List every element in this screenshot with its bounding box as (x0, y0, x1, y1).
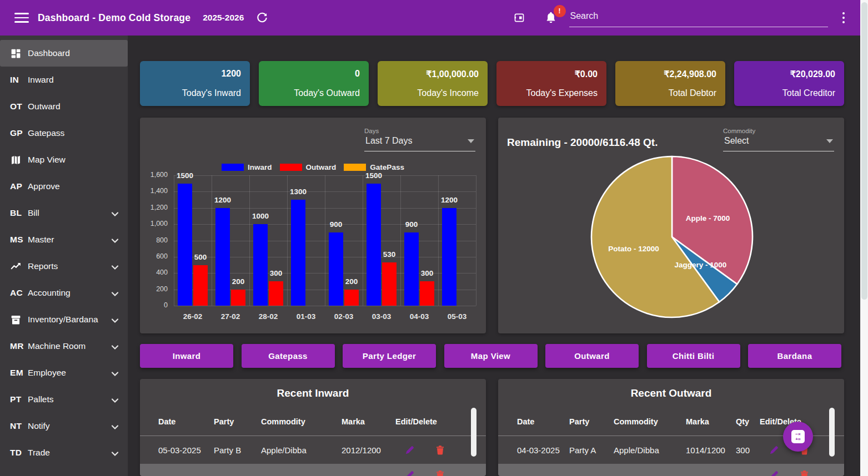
table-cell: 2012/1200 (342, 445, 395, 455)
table-cell: 04-03-2025 (517, 445, 569, 455)
table-scrollbar-thumb[interactable] (471, 408, 476, 457)
sidebar-item-label: Employee (28, 368, 66, 378)
legend-item-inward[interactable]: Inward (222, 163, 272, 171)
sidebar-item-outward[interactable]: OTOutward (0, 93, 128, 120)
sidebar-item-reports[interactable]: Reports (0, 253, 128, 280)
bar-inward-05-03[interactable] (442, 208, 456, 306)
bar-inward-26-02[interactable] (178, 184, 192, 306)
sidebar-item-label: Outward (28, 102, 61, 112)
refresh-icon[interactable] (256, 12, 268, 24)
sidebar-item-label: Machine Room (28, 341, 86, 351)
column-header-party: Party (569, 417, 614, 426)
notifications-bell-icon[interactable]: ! (544, 11, 558, 25)
edit-pencil-icon[interactable] (404, 470, 415, 476)
table-cell: 300 (736, 445, 760, 455)
sidebar-item-map-view[interactable]: Map View (0, 146, 128, 173)
legend-item-outward[interactable]: Outward (280, 163, 337, 171)
pie-slice-label: Jaggery - 1000 (674, 261, 726, 269)
chevron-down-icon (468, 139, 474, 143)
bar-inward-02-03[interactable] (329, 232, 343, 306)
search-input[interactable] (569, 9, 828, 27)
sidebar-item-gatepass[interactable]: GPGatepass (0, 120, 128, 146)
chitti-bilti-button[interactable]: Chitti Bilti (647, 344, 740, 368)
stat-card-value: ₹20,029.00 (743, 69, 835, 79)
chevron-down-icon (111, 289, 119, 297)
gatepass-button[interactable]: Gatepass (242, 344, 335, 368)
sidebar-item-trade[interactable]: TDTrade (0, 439, 128, 466)
sidebar-item-inventory-bardana[interactable]: Inventory/Bardana (0, 306, 128, 333)
bar-inward-01-03[interactable] (291, 200, 305, 306)
pie-chart: Apple - 7000Jaggery - 1000Potato - 12000 (587, 152, 757, 322)
chevron-down-icon (111, 449, 119, 457)
chevron-down-icon (111, 396, 119, 403)
hamburger-menu-icon[interactable] (14, 13, 29, 23)
stat-card-value: ₹2,24,908.00 (624, 69, 716, 79)
sidebar-item-master[interactable]: MSMaster (0, 226, 128, 253)
financial-year[interactable]: 2025-2026 (203, 13, 244, 23)
chevron-down-icon (111, 209, 119, 217)
card-view-icon[interactable] (514, 12, 525, 23)
sidebar-item-bill[interactable]: BLBill (0, 200, 128, 226)
bar-outward-26-02[interactable] (193, 265, 208, 306)
edit-pencil-icon[interactable] (769, 470, 779, 476)
bar-outward-28-02[interactable] (269, 281, 283, 306)
sidebar-item-label: Map View (28, 155, 66, 165)
bardana-button[interactable]: Bardana (748, 344, 841, 368)
bar-outward-03-03[interactable] (382, 262, 397, 306)
sidebar-item-label: Pallets (28, 394, 54, 404)
stat-card-label: Today's Outward (268, 88, 360, 98)
delete-trash-icon[interactable] (799, 470, 810, 476)
column-header-party: Party (214, 417, 261, 426)
days-select[interactable]: Days Last 7 Days (364, 128, 475, 151)
sidebar-item-employee[interactable]: EMEmployee (0, 359, 128, 386)
sidebar-item-label: Accounting (28, 288, 71, 298)
stat-card-today-s-inward: 1200Today's Inward (140, 61, 250, 106)
kebab-menu-icon[interactable] (840, 10, 847, 26)
sidebar-item-approve[interactable]: APApprove (0, 173, 128, 200)
bar-outward-02-03[interactable] (344, 290, 359, 306)
y-axis-tick: 400 (141, 269, 168, 276)
pie-slice-label: Apple - 7000 (686, 214, 730, 222)
gridline (438, 175, 439, 306)
legend-swatch (280, 164, 302, 171)
abbr-icon: AC (10, 288, 27, 298)
sidebar-item-dashboard[interactable]: Dashboard (0, 40, 128, 67)
bar-outward-27-02[interactable] (231, 290, 245, 306)
bar-outward-04-03[interactable] (420, 281, 434, 306)
commodity-select[interactable]: Commodity Select (723, 128, 834, 151)
abbr-icon: PT (10, 394, 27, 404)
bar-value-label: 530 (373, 250, 406, 259)
recent-inward-panel: Recent InwardDatePartyCommodityMarkaEdit… (140, 379, 486, 476)
inward-button[interactable]: Inward (140, 344, 233, 368)
quick-action-buttons: InwardGatepassParty LedgerMap ViewOutwar… (140, 344, 841, 368)
calculator-fab-button[interactable]: −×+= (783, 422, 813, 452)
party-ledger-button[interactable]: Party Ledger (343, 344, 436, 368)
stat-card-total-creditor: ₹20,029.00Total Creditor (734, 61, 844, 106)
bar-inward-03-03[interactable] (367, 184, 381, 306)
table-scrollbar-thumb[interactable] (829, 408, 835, 457)
sidebar-item-notify[interactable]: NTNotify (0, 413, 128, 439)
bar-inward-27-02[interactable] (215, 208, 230, 306)
sidebar-item-inward[interactable]: INInward (0, 67, 128, 93)
sidebar-item-accounting[interactable]: ACAccounting (0, 280, 128, 306)
x-axis-tick: 04-03 (400, 312, 438, 321)
stat-card-today-s-income: ₹1,00,000.00Today's Income (378, 61, 488, 106)
bar-inward-28-02[interactable] (253, 224, 268, 306)
chevron-down-icon (826, 139, 833, 143)
delete-trash-icon[interactable] (435, 470, 445, 476)
stat-card-label: Today's Expenses (505, 88, 598, 98)
legend-item-gatepass[interactable]: GatePass (344, 163, 404, 171)
bar-value-label: 500 (184, 253, 217, 261)
sidebar-item-pallets[interactable]: PTPallets (0, 386, 128, 413)
delete-trash-icon[interactable] (435, 445, 445, 455)
sidebar-item-machine-room[interactable]: MRMachine Room (0, 333, 128, 359)
page-scrollbar-thumb[interactable] (861, 2, 867, 300)
abbr-icon: TD (10, 448, 27, 458)
edit-pencil-icon[interactable] (404, 445, 415, 455)
outward-button[interactable]: Outward (545, 344, 639, 368)
stat-card-today-s-outward: 0Today's Outward (259, 61, 369, 106)
map-view-button[interactable]: Map View (444, 344, 538, 368)
edit-pencil-icon[interactable] (769, 445, 779, 455)
page-scrollbar-track[interactable] (860, 0, 868, 476)
page-title: Dashboard - Demo Cold Storage (38, 12, 190, 24)
